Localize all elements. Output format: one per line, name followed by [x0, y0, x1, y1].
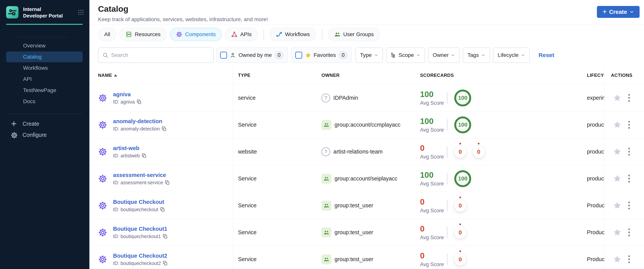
entity-name-link[interactable]: artist-web — [113, 145, 139, 151]
copy-icon[interactable] — [160, 207, 165, 212]
group-owner-icon — [322, 255, 332, 265]
kebab-menu-icon[interactable] — [627, 120, 631, 130]
table-row[interactable]: agniva ID: agniva service IDPAdmin 100 A… — [90, 84, 644, 111]
kebab-menu-icon[interactable] — [627, 254, 631, 265]
tab-components[interactable]: Components — [170, 28, 222, 41]
table-row[interactable]: assessment-service ID: assessment-servic… — [90, 165, 644, 192]
favorites-count: 0 — [338, 51, 348, 59]
scope-dropdown[interactable]: Scope — [386, 47, 425, 63]
copy-icon[interactable] — [163, 234, 168, 239]
search-box[interactable] — [98, 47, 214, 63]
scorecard-ring[interactable]: 100 — [454, 170, 471, 187]
entity-id: ID: assessment-service — [113, 180, 163, 185]
score-divider — [447, 146, 447, 158]
sidebar-item-workflows[interactable]: Workflows — [0, 63, 90, 73]
scorecard-ring[interactable]: 0 — [454, 227, 466, 239]
favorites-checkbox[interactable] — [295, 52, 302, 59]
app-logo-icon[interactable] — [6, 6, 18, 18]
kebab-menu-icon[interactable] — [627, 200, 631, 211]
copy-icon[interactable] — [142, 153, 147, 158]
column-header-name[interactable]: NAME — [90, 73, 233, 78]
avg-score-value: 100 — [420, 117, 444, 126]
component-gear-icon — [98, 147, 107, 156]
copy-icon[interactable] — [163, 261, 168, 266]
avg-score-label: Avg Score — [420, 181, 444, 187]
table-row[interactable]: anomaly-detection ID: anomaly-detection … — [90, 111, 644, 138]
copy-icon[interactable] — [165, 180, 170, 185]
sidebar-create-button[interactable]: Create — [0, 119, 90, 129]
sidebar-divider — [18, 37, 68, 37]
create-button[interactable]: + Create — [597, 6, 640, 18]
entity-id: ID: agniva — [113, 99, 135, 105]
tab-all[interactable]: All — [98, 28, 116, 41]
app-switcher-grid-icon[interactable] — [78, 9, 84, 15]
scorecard-ring[interactable]: 100 — [454, 89, 471, 106]
sidebar-item-testnewpage[interactable]: TestNewPage — [0, 85, 90, 96]
group-owner-icon — [322, 174, 332, 184]
entity-name-link[interactable]: Boutique Checkout — [113, 199, 164, 205]
tab-user-groups[interactable]: User Groups — [328, 28, 380, 41]
favorite-star-icon[interactable] — [613, 174, 622, 183]
kebab-menu-icon[interactable] — [627, 93, 631, 103]
type-dropdown[interactable]: Type — [356, 47, 383, 63]
table-row[interactable]: Boutique Checkout2 ID: boutiquecheckout2… — [90, 246, 644, 269]
scorecard-ring[interactable]: 100 — [454, 116, 471, 133]
scorecard-ring[interactable]: 0 — [473, 146, 485, 158]
table-row[interactable]: artist-web ID: artistweb website artist-… — [90, 138, 644, 165]
owner-dropdown[interactable]: Owner — [428, 47, 460, 63]
reset-filters-link[interactable]: Reset — [539, 52, 554, 58]
group-owner-icon — [322, 201, 332, 211]
brand-accent-line — [6, 24, 83, 25]
entity-name-link[interactable]: Boutique Checkout1 — [113, 226, 167, 232]
table-row[interactable]: Boutique Checkout ID: boutiquecheckout S… — [90, 192, 644, 219]
kebab-menu-icon[interactable] — [627, 174, 631, 184]
entity-name-link[interactable]: anomaly-detection — [113, 118, 162, 124]
kebab-menu-icon[interactable] — [627, 147, 631, 157]
plus-icon: + — [602, 8, 607, 15]
scorecard-ring[interactable]: 0 — [454, 254, 466, 265]
favorite-star-icon[interactable] — [613, 228, 622, 237]
avg-score-label: Avg Score — [420, 100, 444, 106]
tab-label: Components — [185, 31, 216, 37]
type-value: Service — [233, 256, 322, 263]
group-owner-icon — [322, 120, 332, 130]
sidebar-create-label: Create — [22, 121, 39, 127]
tab-resources[interactable]: Resources — [120, 28, 167, 41]
sidebar-item-catalog[interactable]: Catalog — [6, 51, 83, 62]
entity-name-link[interactable]: agniva — [113, 91, 131, 97]
tags-dropdown[interactable]: Tags — [463, 47, 490, 63]
owned-by-me-filter[interactable]: Owned by me 0 — [216, 47, 288, 63]
avg-score-label: Avg Score — [420, 208, 444, 214]
sidebar-configure-label: Configure — [22, 132, 47, 138]
scorecard-ring[interactable]: 0 — [454, 200, 466, 212]
copy-icon[interactable] — [162, 126, 167, 131]
favorite-star-icon[interactable] — [613, 147, 622, 156]
favorite-star-icon[interactable] — [613, 94, 622, 102]
favorite-star-icon[interactable] — [613, 255, 622, 264]
kebab-menu-icon[interactable] — [627, 227, 631, 238]
tab-apis[interactable]: APIs — [225, 28, 258, 41]
entity-name-link[interactable]: assessment-service — [113, 172, 166, 178]
unknown-owner-icon — [322, 147, 330, 156]
sidebar-item-api[interactable]: API — [0, 74, 90, 84]
copy-icon[interactable] — [137, 99, 142, 104]
sidebar-item-docs[interactable]: Docs — [0, 96, 90, 107]
lifecycle-dropdown[interactable]: Lifecycle — [493, 47, 530, 63]
search-icon — [102, 52, 108, 58]
scorecard-ring[interactable]: 0 — [454, 146, 466, 158]
search-input[interactable] — [111, 52, 210, 58]
sidebar-configure-button[interactable]: Configure — [0, 130, 90, 140]
tab-workflows[interactable]: Workflows — [270, 28, 316, 41]
favorite-star-icon[interactable] — [613, 201, 622, 210]
owned-by-me-checkbox[interactable] — [220, 52, 227, 59]
component-gear-icon — [98, 93, 107, 103]
type-value: service — [233, 95, 322, 101]
table-row[interactable]: Boutique Checkout1 ID: boutiquecheckout1… — [90, 219, 644, 246]
entity-name-link[interactable]: Boutique Checkout2 — [113, 253, 167, 259]
favorites-filter[interactable]: Favorites 0 — [292, 47, 352, 63]
workflow-icon — [276, 31, 282, 38]
favorite-star-icon[interactable] — [613, 120, 622, 129]
avg-score-label: Avg Score — [420, 127, 444, 133]
sidebar-item-overview[interactable]: Overview — [0, 40, 90, 51]
type-value: Service — [233, 202, 322, 209]
